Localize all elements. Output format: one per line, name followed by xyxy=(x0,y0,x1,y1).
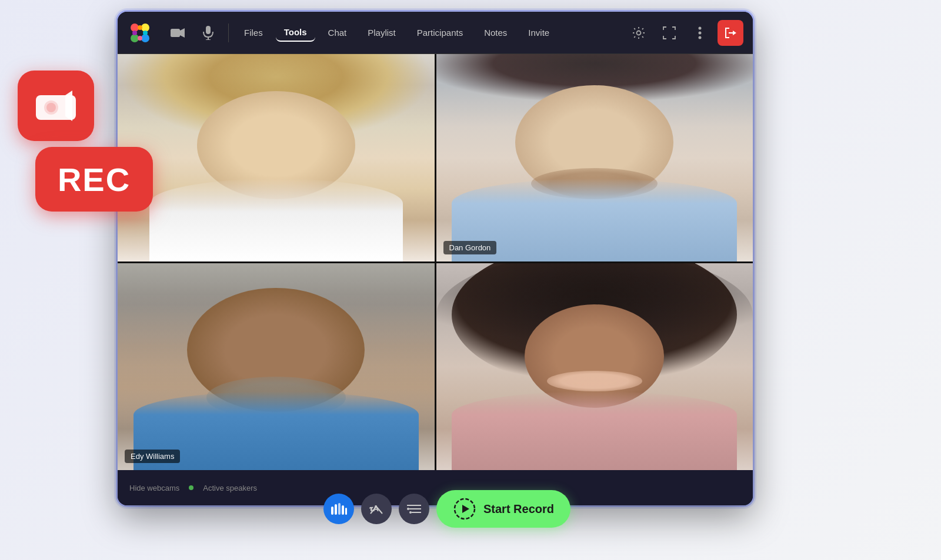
svg-point-10 xyxy=(143,31,148,35)
svg-rect-24 xyxy=(342,505,344,515)
nav-chat[interactable]: Chat xyxy=(320,24,355,41)
nav-notes[interactable]: Notes xyxy=(476,24,515,41)
mic-nav-button[interactable] xyxy=(195,20,221,46)
name-tag-edy: Edy Williams xyxy=(125,450,180,463)
start-record-button[interactable]: Start Record xyxy=(436,490,570,528)
svg-rect-14 xyxy=(206,26,211,34)
floating-toolbar: 𝛕A Start R xyxy=(323,490,570,528)
record-icon xyxy=(453,497,476,521)
conference-window: Files Tools Chat Playlist Participants N… xyxy=(118,12,753,505)
camera-badge xyxy=(18,71,94,141)
name-tag-dan: Dan Gordon xyxy=(443,241,497,254)
svg-marker-13 xyxy=(180,28,185,38)
svg-point-9 xyxy=(132,31,137,35)
svg-point-11 xyxy=(138,36,142,41)
active-speakers-label: Active speakers xyxy=(203,484,257,492)
audio-levels-icon xyxy=(331,501,347,517)
svg-marker-33 xyxy=(462,505,469,513)
svg-point-17 xyxy=(637,31,641,35)
translate-icon: 𝛕A xyxy=(368,501,385,517)
svg-point-3 xyxy=(46,103,56,112)
queue-icon xyxy=(406,501,422,517)
camera-nav-button[interactable] xyxy=(165,20,191,46)
nav-separator-1 xyxy=(228,24,229,42)
svg-point-6 xyxy=(131,34,139,42)
svg-point-31 xyxy=(409,511,412,514)
portrait-4 xyxy=(436,263,753,471)
queue-button[interactable] xyxy=(399,494,429,524)
nav-participants[interactable]: Participants xyxy=(409,24,471,41)
camera-icon xyxy=(35,89,77,122)
svg-point-19 xyxy=(699,31,702,34)
nav-bar: Files Tools Chat Playlist Participants N… xyxy=(118,12,753,54)
audio-levels-button[interactable] xyxy=(323,494,354,524)
scene: REC xyxy=(0,0,941,560)
nav-playlist[interactable]: Playlist xyxy=(359,24,404,41)
portrait-2 xyxy=(436,54,753,261)
rec-label: REC xyxy=(58,160,131,199)
rec-badge: REC xyxy=(35,147,153,212)
hide-webcams-label: Hide webcams xyxy=(129,484,179,492)
video-cell-1 xyxy=(118,54,435,261)
video-cell-3: Edy Williams xyxy=(118,263,435,471)
more-options-button[interactable] xyxy=(687,20,713,46)
nav-tools[interactable]: Tools xyxy=(276,24,315,42)
app-logo xyxy=(127,20,153,46)
nav-files[interactable]: Files xyxy=(236,24,271,41)
svg-rect-25 xyxy=(345,508,347,515)
svg-rect-22 xyxy=(335,504,337,515)
svg-marker-1 xyxy=(65,90,72,121)
record-circle-icon xyxy=(453,497,476,521)
logo-icon xyxy=(129,22,151,44)
svg-point-7 xyxy=(141,34,149,42)
svg-point-20 xyxy=(699,36,702,39)
svg-point-30 xyxy=(407,508,409,510)
portrait-1 xyxy=(118,54,435,261)
video-grid: Dan Gordon Edy Williams xyxy=(118,54,753,470)
hide-webcams-toggle[interactable]: Hide webcams xyxy=(129,484,179,492)
start-record-label: Start Record xyxy=(483,502,554,516)
svg-rect-21 xyxy=(331,507,333,515)
portrait-3 xyxy=(118,263,435,471)
svg-point-8 xyxy=(138,25,142,30)
video-cell-4 xyxy=(436,263,753,471)
translate-button[interactable]: 𝛕A xyxy=(361,494,392,524)
svg-point-4 xyxy=(131,24,139,32)
badge-container: REC xyxy=(18,71,153,212)
nav-invite[interactable]: Invite xyxy=(520,24,558,41)
settings-button[interactable] xyxy=(626,20,652,46)
svg-rect-12 xyxy=(171,29,180,37)
video-cell-2: Dan Gordon xyxy=(436,54,753,261)
svg-point-5 xyxy=(141,24,149,32)
svg-point-18 xyxy=(699,26,702,29)
exit-button[interactable] xyxy=(718,20,743,46)
fullscreen-button[interactable] xyxy=(656,20,682,46)
active-indicator xyxy=(189,485,193,490)
svg-rect-23 xyxy=(338,503,341,515)
